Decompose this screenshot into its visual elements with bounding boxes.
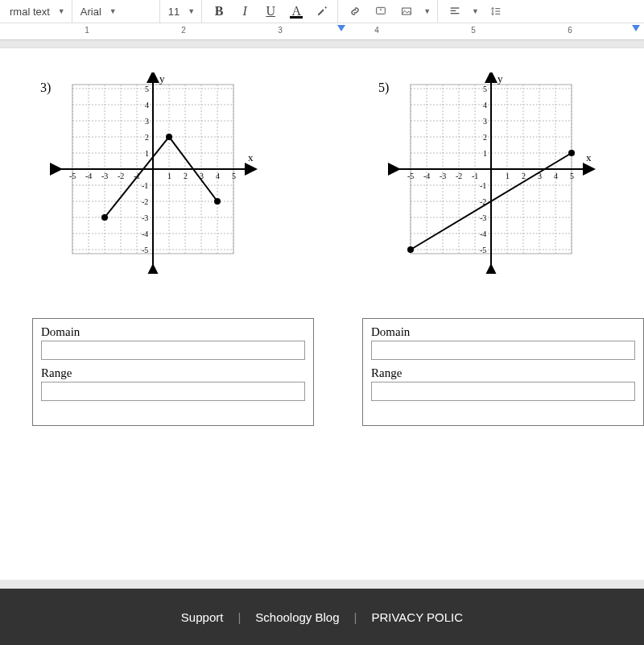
svg-text:5: 5 (570, 172, 574, 180)
insert-group: ▼ (340, 0, 438, 23)
svg-point-55 (214, 198, 221, 205)
svg-point-53 (101, 214, 108, 221)
font-selector[interactable]: Arial ▼ (74, 0, 160, 23)
chevron-down-icon: ▼ (472, 7, 479, 15)
align-icon[interactable] (446, 2, 464, 20)
line-spacing-icon[interactable] (487, 2, 505, 20)
svg-text:2: 2 (145, 133, 149, 142)
svg-text:-2: -2 (142, 197, 148, 206)
svg-text:1: 1 (167, 172, 171, 180)
svg-text:-4: -4 (142, 229, 148, 238)
comment-icon[interactable] (372, 2, 390, 20)
graph-3: 3) (40, 72, 262, 274)
svg-point-101 (568, 150, 575, 156)
chevron-down-icon: ▼ (423, 7, 431, 15)
svg-text:-3: -3 (440, 172, 446, 180)
svg-point-100 (407, 246, 414, 253)
image-icon[interactable] (398, 2, 415, 20)
paragraph-style-selector[interactable]: rmal text ▼ (3, 0, 72, 23)
svg-text:-5: -5 (142, 246, 148, 254)
ruler-number: 4 (374, 26, 379, 35)
chevron-down-icon: ▼ (188, 7, 195, 15)
chevron-down-icon: ▼ (58, 7, 65, 15)
svg-text:5: 5 (232, 172, 236, 180)
svg-text:-3: -3 (142, 213, 148, 222)
domain-input[interactable] (41, 341, 305, 360)
svg-text:-1: -1 (472, 172, 478, 180)
range-input[interactable] (41, 382, 305, 401)
text-color-button[interactable]: A (287, 2, 305, 20)
svg-text:-2: -2 (118, 172, 124, 180)
font-size-label: 11 (168, 6, 180, 18)
svg-text:-3: -3 (480, 213, 486, 222)
horizontal-ruler[interactable]: 1 2 3 4 5 6 (0, 23, 644, 40)
domain-range-table-3: Domain Range (32, 318, 314, 426)
bold-button[interactable]: B (210, 2, 228, 20)
graph-5: 5) -5-4-3 (378, 72, 600, 274)
x-axis-label: x (248, 151, 254, 163)
ruler-number: 2 (181, 26, 186, 35)
italic-button[interactable]: I (236, 2, 254, 20)
svg-text:-4: -4 (423, 172, 430, 180)
svg-text:1: 1 (506, 172, 510, 180)
domain-range-table-5: Domain Range (362, 318, 644, 426)
svg-text:-5: -5 (69, 172, 76, 180)
svg-text:4: 4 (554, 172, 558, 180)
graph-number-label: 3) (40, 81, 51, 95)
coordinate-grid: -5-4-3 -2-1 123 45 543 21 -1-2-3 -4-5 y … (40, 72, 262, 274)
graph-number-label: 5) (378, 81, 389, 95)
ruler-number: 5 (471, 26, 476, 35)
right-indent-marker-icon[interactable] (632, 25, 640, 31)
svg-text:-1: -1 (480, 181, 486, 190)
svg-rect-3 (402, 8, 411, 14)
svg-text:5: 5 (483, 85, 487, 93)
range-label: Range (371, 366, 635, 380)
domain-label: Domain (371, 325, 635, 339)
svg-text:-3: -3 (101, 172, 108, 180)
svg-text:-2: -2 (456, 172, 462, 180)
range-label: Range (41, 366, 305, 380)
chevron-down-icon: ▼ (109, 7, 117, 15)
svg-text:-4: -4 (85, 172, 92, 180)
y-axis-label: y (159, 72, 165, 85)
svg-text:2: 2 (483, 133, 487, 142)
ruler-number: 3 (278, 26, 283, 35)
svg-text:-5: -5 (407, 172, 414, 180)
svg-text:1: 1 (145, 149, 149, 158)
svg-text:2: 2 (184, 172, 188, 180)
range-input[interactable] (371, 382, 635, 401)
ruler-number: 1 (85, 26, 89, 35)
link-icon[interactable] (346, 2, 364, 20)
svg-text:-1: -1 (142, 181, 148, 190)
highlight-button[interactable] (313, 2, 331, 20)
align-group: ▼ (440, 0, 511, 23)
paragraph-style-label: rmal text (10, 6, 50, 18)
font-size-selector[interactable]: 11 ▼ (162, 0, 202, 23)
svg-text:3: 3 (145, 117, 149, 126)
svg-text:-4: -4 (480, 229, 486, 238)
svg-text:1: 1 (483, 149, 487, 158)
svg-text:4: 4 (483, 101, 487, 110)
svg-text:4: 4 (216, 172, 220, 180)
font-label: Arial (80, 6, 101, 18)
formatting-toolbar: rmal text ▼ Arial ▼ 11 ▼ B I U A ▼ ▼ (0, 0, 644, 23)
svg-text:5: 5 (145, 85, 149, 93)
underline-button[interactable]: U (262, 2, 279, 20)
svg-text:4: 4 (145, 101, 149, 110)
text-format-group: B I U A (204, 0, 338, 23)
svg-text:-5: -5 (480, 246, 486, 254)
ruler-number: 6 (568, 26, 572, 35)
svg-text:3: 3 (483, 117, 487, 126)
coordinate-grid: -5-4-3 -2-1 123 45 543 21 -1-2-3 -4-5 y … (378, 72, 600, 274)
domain-label: Domain (41, 325, 305, 339)
indent-marker-icon[interactable] (337, 25, 345, 31)
x-axis-label: x (586, 151, 592, 163)
svg-text:2: 2 (522, 172, 526, 180)
y-axis-label: y (497, 72, 503, 85)
domain-input[interactable] (371, 341, 635, 360)
document-page[interactable]: 3) (0, 48, 644, 580)
svg-point-54 (166, 134, 172, 140)
